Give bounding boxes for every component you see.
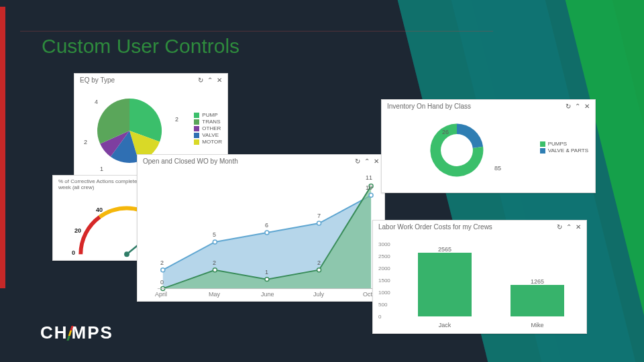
expand-icon[interactable]: ⌃ bbox=[566, 223, 572, 231]
legend-valve: VALVE bbox=[202, 132, 219, 139]
gauge-tick-40: 40 bbox=[96, 206, 103, 213]
line-closed-p2: 1 bbox=[265, 269, 268, 276]
line-open-p4: 10 bbox=[366, 184, 372, 191]
ytick-1500: 1500 bbox=[378, 278, 390, 284]
panel-toolbar: ↻ ⌃ ✕ bbox=[198, 76, 222, 84]
svg-point-5 bbox=[317, 221, 321, 225]
legend-trans: TRANS bbox=[202, 119, 220, 125]
svg-point-2 bbox=[161, 268, 165, 272]
panel-header: Open and Closed WO by Month ↻ ⌃ ✕ bbox=[138, 155, 384, 166]
expand-icon[interactable]: ⌃ bbox=[364, 158, 370, 165]
pie-value-valve: 1 bbox=[100, 166, 103, 172]
logo-part-1: CH bbox=[40, 322, 68, 343]
panel-title: Open and Closed WO by Month bbox=[143, 158, 238, 165]
legend-valve-parts: VALVE & PARTS bbox=[548, 147, 588, 154]
pie-value-other: 2 bbox=[84, 139, 87, 145]
line-open-p1: 5 bbox=[213, 231, 216, 238]
x-june: June bbox=[261, 291, 274, 298]
ytick-1000: 1000 bbox=[378, 290, 390, 296]
line-open-p0: 2 bbox=[160, 259, 164, 266]
line-closed-p4: 11 bbox=[366, 174, 372, 181]
svg-point-10 bbox=[317, 268, 321, 272]
pie-value-pump: 2 bbox=[175, 116, 178, 123]
panel-header: Inventory On Hand by Class ↻ ⌃ ✕ bbox=[382, 100, 595, 111]
donut-chart: 26 85 PUMPS VALVE & PARTS bbox=[382, 111, 595, 190]
svg-point-8 bbox=[213, 268, 217, 272]
ytick-2500: 2500 bbox=[378, 253, 390, 259]
donut-svg bbox=[422, 115, 492, 185]
area-svg bbox=[138, 166, 384, 299]
refresh-icon[interactable]: ↻ bbox=[566, 103, 571, 110]
donut-val-b: 85 bbox=[494, 165, 501, 172]
bar-grid: 2565 1265 bbox=[403, 242, 578, 316]
x-mike: Mike bbox=[531, 322, 543, 328]
panel-header: Labor Work Order Costs for my Crews ↻ ⌃ … bbox=[373, 221, 586, 232]
close-icon[interactable]: ✕ bbox=[584, 103, 590, 110]
svg-point-3 bbox=[213, 240, 217, 244]
panel-labor-costs: Labor Work Order Costs for my Crews ↻ ⌃ … bbox=[372, 220, 587, 334]
legend-pump: PUMP bbox=[202, 112, 217, 119]
pie-legend: PUMP TRANS OTHER VALVE MOTOR bbox=[194, 112, 222, 145]
bar-jack: 2565 bbox=[418, 253, 472, 316]
panel-header: EQ by Type ↻ ⌃ ✕ bbox=[74, 74, 227, 85]
gauge-tick-20: 20 bbox=[74, 227, 81, 234]
line-closed-p1: 2 bbox=[213, 259, 216, 266]
panel-inventory: Inventory On Hand by Class ↻ ⌃ ✕ 26 85 P… bbox=[381, 99, 596, 193]
svg-point-6 bbox=[369, 193, 373, 197]
bar-mike: 1265 bbox=[511, 285, 564, 316]
x-jack: Jack bbox=[439, 322, 451, 328]
ytick-500: 500 bbox=[378, 302, 387, 308]
refresh-icon[interactable]: ↻ bbox=[198, 76, 203, 84]
ytick-0: 0 bbox=[378, 314, 381, 320]
ytick-2000: 2000 bbox=[378, 265, 390, 272]
area-chart: 2 5 6 7 10 0 2 1 2 11 April May June Jul… bbox=[138, 166, 384, 299]
legend-motor: MOTOR bbox=[202, 139, 222, 145]
refresh-icon[interactable]: ↻ bbox=[557, 223, 562, 231]
bar-val-mike: 1265 bbox=[511, 278, 564, 285]
logo-part-2: MPS bbox=[72, 322, 113, 343]
close-icon[interactable]: ✕ bbox=[576, 223, 581, 231]
line-open-p3: 7 bbox=[317, 213, 321, 219]
bar-val-jack: 2565 bbox=[418, 246, 472, 253]
panel-title: EQ by Type bbox=[80, 76, 115, 84]
line-open-p2: 6 bbox=[265, 222, 268, 229]
donut-legend: PUMPS VALVE & PARTS bbox=[540, 141, 588, 154]
x-may: May bbox=[209, 291, 220, 298]
svg-point-9 bbox=[265, 278, 269, 282]
panel-title: Inventory On Hand by Class bbox=[387, 103, 471, 110]
title-underline bbox=[20, 31, 493, 32]
x-april: April bbox=[155, 291, 167, 298]
svg-point-4 bbox=[265, 231, 269, 235]
legend-pumps: PUMPS bbox=[548, 141, 567, 147]
panel-toolbar: ↻ ⌃ ✕ bbox=[557, 223, 581, 231]
page-title: Custom User Controls bbox=[42, 35, 239, 58]
close-icon[interactable]: ✕ bbox=[217, 76, 222, 84]
refresh-icon[interactable]: ↻ bbox=[355, 158, 360, 165]
legend-other: OTHER bbox=[202, 125, 221, 132]
expand-icon[interactable]: ⌃ bbox=[575, 103, 580, 110]
gauge-tick-0: 0 bbox=[72, 249, 75, 256]
panel-toolbar: ↻ ⌃ ✕ bbox=[355, 158, 379, 165]
line-closed-p3: 2 bbox=[317, 259, 321, 266]
line-closed-p0: 0 bbox=[160, 279, 164, 286]
panel-title: Labor Work Order Costs for my Crews bbox=[378, 223, 492, 231]
pie-value-trans: 4 bbox=[95, 99, 98, 105]
ytick-3000: 3000 bbox=[378, 241, 390, 247]
panel-wo-by-month: Open and Closed WO by Month ↻ ⌃ ✕ bbox=[137, 154, 385, 302]
brand-logo: CHMPS bbox=[40, 322, 113, 343]
bar-chart: 0 500 1000 1500 2000 2500 3000 2565 1265… bbox=[373, 232, 586, 331]
expand-icon[interactable]: ⌃ bbox=[207, 76, 213, 84]
x-july: July bbox=[313, 291, 324, 298]
slide-root: Custom User Controls EQ by Type ↻ ⌃ ✕ 2 bbox=[0, 0, 644, 362]
panel-toolbar: ↻ ⌃ ✕ bbox=[566, 103, 590, 110]
accent-bar-red bbox=[0, 7, 5, 288]
close-icon[interactable]: ✕ bbox=[374, 158, 379, 165]
donut-val-a: 26 bbox=[442, 129, 449, 135]
